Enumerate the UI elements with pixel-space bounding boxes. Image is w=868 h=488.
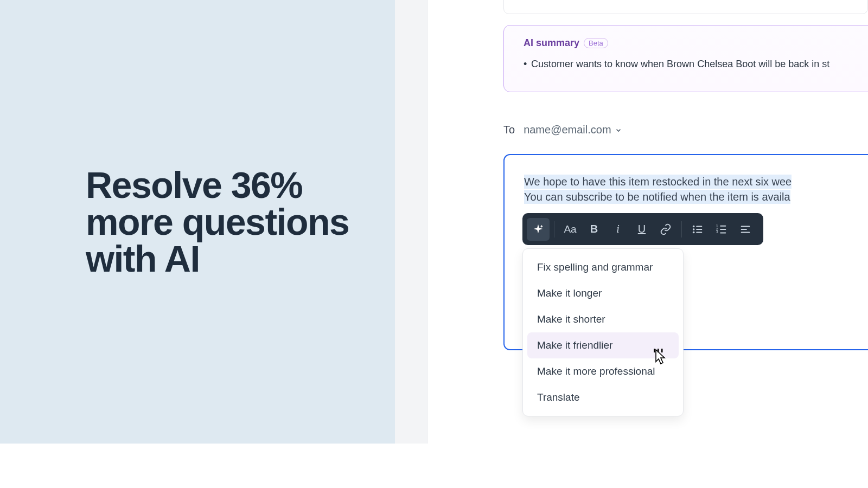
text-size-icon: Aa — [564, 223, 576, 235]
svg-rect-9 — [720, 229, 726, 230]
to-line: To name@email.com — [503, 124, 622, 136]
previous-card-edge — [503, 0, 868, 14]
svg-rect-7 — [720, 225, 726, 226]
align-button[interactable] — [734, 218, 757, 241]
bullet-list-icon — [692, 223, 704, 235]
italic-button[interactable]: i — [607, 218, 629, 241]
svg-point-2 — [693, 228, 695, 230]
toolbar-divider — [554, 221, 554, 237]
chevron-down-icon — [615, 126, 622, 134]
svg-rect-13 — [741, 229, 747, 230]
compose-draft-text[interactable]: We hope to have this item restocked in t… — [524, 175, 868, 204]
svg-point-4 — [693, 231, 695, 233]
draft-line-1: We hope to have this item restocked in t… — [524, 175, 792, 189]
menu-item-make-shorter[interactable]: Make it shorter — [527, 306, 679, 332]
to-recipient-dropdown[interactable]: name@email.com — [524, 124, 622, 136]
hero-line-3: with AI — [86, 238, 200, 279]
ai-tools-button[interactable] — [527, 218, 550, 241]
bold-icon: B — [590, 223, 598, 235]
beta-badge: Beta — [584, 38, 608, 48]
to-label: To — [503, 124, 515, 136]
menu-item-make-longer[interactable]: Make it longer — [527, 280, 679, 306]
to-email-value: name@email.com — [524, 124, 611, 136]
ai-summary-bullet: Customer wants to know when Brown Chelse… — [524, 59, 868, 70]
align-left-icon — [739, 223, 751, 235]
ai-actions-menu: Fix spelling and grammar Make it longer … — [522, 248, 684, 416]
draft-line-2: You can subscribe to be notified when th… — [524, 190, 790, 204]
svg-text:3: 3 — [716, 230, 718, 234]
numbered-list-icon: 1 2 3 — [716, 223, 727, 235]
svg-rect-12 — [741, 226, 750, 227]
pointer-cursor-icon — [651, 348, 667, 369]
hero-headline: Resolve 36% more questions with AI — [86, 166, 349, 277]
svg-rect-3 — [696, 229, 702, 230]
toolbar-divider — [681, 221, 682, 237]
italic-icon: i — [616, 223, 620, 235]
menu-item-fix-spelling[interactable]: Fix spelling and grammar — [527, 254, 679, 280]
svg-point-0 — [693, 225, 695, 227]
svg-rect-11 — [720, 232, 726, 233]
svg-rect-1 — [696, 226, 702, 227]
svg-rect-5 — [696, 232, 702, 233]
bold-button[interactable]: B — [583, 218, 605, 241]
svg-rect-17 — [661, 349, 663, 352]
numbered-list-button[interactable]: 1 2 3 — [710, 218, 733, 241]
formatting-toolbar: Aa B i U 1 2 3 — [522, 213, 763, 245]
menu-item-translate[interactable]: Translate — [527, 384, 679, 410]
bullet-list-button[interactable] — [686, 218, 709, 241]
svg-rect-15 — [654, 349, 655, 352]
ai-sparkle-icon — [532, 223, 544, 235]
link-icon — [660, 223, 672, 235]
svg-rect-16 — [658, 349, 659, 352]
hero-panel: Resolve 36% more questions with AI — [0, 0, 395, 444]
divider-strip — [395, 0, 427, 444]
ai-summary-card: AI summary Beta Customer wants to know w… — [503, 25, 868, 92]
ai-summary-header: AI summary Beta — [524, 37, 868, 49]
text-size-button[interactable]: Aa — [559, 218, 582, 241]
hero-line-2: more questions — [86, 201, 349, 242]
link-button[interactable] — [654, 218, 677, 241]
underline-button[interactable]: U — [630, 218, 653, 241]
ai-summary-title: AI summary — [524, 37, 579, 49]
underline-icon: U — [638, 223, 646, 235]
svg-rect-14 — [741, 232, 750, 233]
hero-line-1: Resolve 36% — [86, 164, 302, 206]
